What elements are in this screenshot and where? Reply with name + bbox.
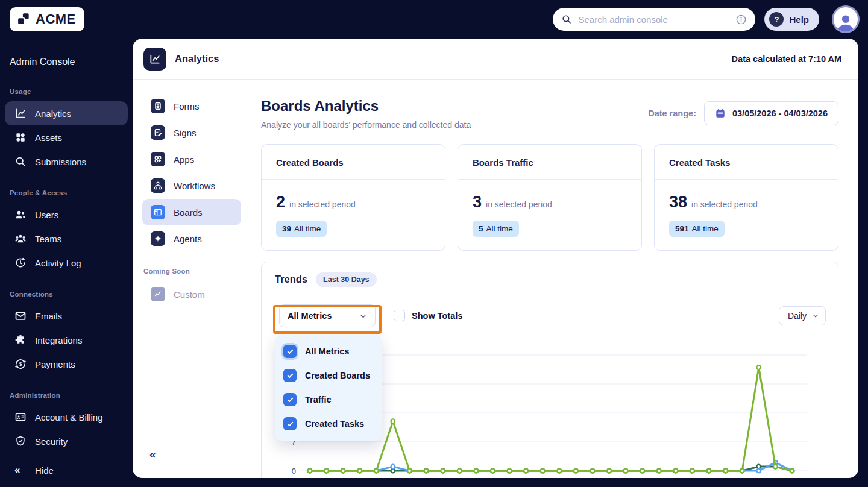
analytics-app-icon bbox=[143, 48, 166, 71]
subnav-item-custom: Custom bbox=[142, 281, 241, 307]
trends-title: Trends bbox=[275, 274, 307, 285]
stat-value: 38 bbox=[669, 193, 687, 212]
date-range-value: 03/05/2026 - 04/03/2026 bbox=[732, 108, 828, 118]
chart-line-icon bbox=[14, 107, 27, 119]
sidebar-item-assets[interactable]: Assets bbox=[5, 125, 128, 149]
puzzle-icon bbox=[14, 334, 27, 346]
sidebar-item-teams[interactable]: Teams bbox=[5, 227, 128, 251]
subnav-item-forms[interactable]: Forms bbox=[142, 93, 241, 119]
date-range-picker[interactable]: 03/05/2026 - 04/03/2026 bbox=[704, 101, 838, 125]
sidebar-item-emails[interactable]: Emails bbox=[5, 304, 128, 328]
metrics-dropdown-menu: All Metrics Created Boards Traffic Creat… bbox=[275, 335, 382, 441]
clock-history-icon bbox=[14, 257, 27, 269]
sidebar-footer: « Hide bbox=[0, 454, 133, 487]
main-panel: Analytics Data calculated at 7:10 AM For… bbox=[133, 39, 858, 478]
data-calculated-text: Data calculated at 7:10 AM bbox=[732, 54, 841, 64]
acme-logo[interactable]: ACME bbox=[10, 7, 84, 31]
sidebar-item-activity-log[interactable]: Activity Log bbox=[5, 251, 128, 275]
boards-analytics-content: Boards Analytics Analyze your all boards… bbox=[241, 80, 858, 478]
collapse-subnav-icon[interactable]: « bbox=[149, 448, 156, 460]
analytics-subnav: Forms Signs Apps Workflows Boards Agents bbox=[133, 80, 241, 478]
stat-value: 2 bbox=[276, 193, 285, 212]
forms-icon bbox=[151, 99, 165, 113]
show-totals-checkbox[interactable] bbox=[394, 310, 405, 321]
search-icon bbox=[14, 156, 27, 168]
sidebar-item-submissions[interactable]: Submissions bbox=[5, 149, 128, 174]
analytics-header: Analytics Data calculated at 7:10 AM bbox=[133, 39, 858, 80]
sidebar-item-analytics[interactable]: Analytics bbox=[5, 101, 128, 125]
shapes-grid-icon bbox=[14, 131, 27, 143]
stat-card-created-tasks: Created Tasks 38 in selected period 591A… bbox=[654, 144, 838, 251]
show-totals-toggle[interactable]: Show Totals bbox=[394, 310, 462, 321]
info-icon[interactable] bbox=[735, 14, 747, 25]
calendar-icon bbox=[715, 108, 726, 119]
section-label-administration: Administration bbox=[10, 392, 123, 399]
page-subtitle: Analyze your all boards' performance and… bbox=[261, 120, 471, 130]
sidebar-item-account-billing[interactable]: Account & Billing bbox=[5, 405, 128, 429]
trends-controls: All Metrics Show Totals Daily bbox=[262, 297, 838, 335]
subnav-item-apps[interactable]: Apps bbox=[142, 146, 241, 172]
id-card-icon bbox=[14, 411, 27, 423]
shield-check-icon bbox=[14, 435, 27, 447]
sidebar-title: Admin Console bbox=[10, 57, 123, 68]
sidebar: Admin Console Usage Analytics Assets Sub… bbox=[0, 39, 133, 487]
metrics-dropdown[interactable]: All Metrics bbox=[279, 304, 376, 327]
sidebar-item-users[interactable]: Users bbox=[5, 203, 128, 227]
sparkle-icon bbox=[151, 231, 165, 246]
hide-sidebar-button[interactable]: « Hide bbox=[5, 458, 128, 482]
interval-dropdown[interactable]: Daily bbox=[779, 306, 826, 325]
mail-icon bbox=[14, 310, 27, 322]
logo-text: ACME bbox=[36, 11, 76, 27]
all-time-badge: 591All time bbox=[669, 221, 725, 237]
acme-logo-icon bbox=[16, 11, 31, 27]
search-input[interactable] bbox=[578, 14, 729, 25]
stat-value: 3 bbox=[473, 193, 482, 212]
dropdown-option-all-metrics[interactable]: All Metrics bbox=[275, 339, 382, 363]
workflow-icon bbox=[151, 178, 165, 193]
trends-header: Trends Last 30 Days bbox=[262, 262, 838, 297]
subnav-item-signs[interactable]: Signs bbox=[142, 119, 241, 146]
app-title: Analytics bbox=[175, 53, 219, 64]
stat-card-created-boards: Created Boards 2 in selected period 39Al… bbox=[261, 144, 445, 251]
help-button[interactable]: ? Help bbox=[764, 8, 819, 31]
page-title: Boards Analytics bbox=[261, 98, 471, 115]
admin-search bbox=[553, 8, 755, 31]
user-avatar[interactable] bbox=[834, 7, 858, 31]
date-range-label: Date range: bbox=[648, 108, 696, 118]
all-time-badge: 39All time bbox=[276, 221, 327, 237]
custom-chart-icon bbox=[151, 287, 165, 301]
team-icon bbox=[14, 233, 27, 245]
subnav-item-agents[interactable]: Agents bbox=[142, 225, 241, 252]
coming-soon-label: Coming Soon bbox=[143, 268, 231, 275]
sidebar-item-security[interactable]: Security bbox=[5, 429, 128, 453]
stat-cards-row: Created Boards 2 in selected period 39Al… bbox=[261, 144, 838, 251]
dollar-refresh-icon: $ bbox=[14, 358, 27, 370]
sidebar-item-payments[interactable]: $ Payments bbox=[5, 352, 128, 376]
apps-grid-icon bbox=[151, 152, 165, 166]
chevron-down-icon bbox=[812, 312, 819, 319]
dropdown-option-traffic[interactable]: Traffic bbox=[275, 388, 382, 412]
search-icon bbox=[561, 14, 572, 25]
kanban-board-icon bbox=[151, 205, 165, 219]
checkbox-checked-icon[interactable] bbox=[283, 345, 297, 358]
person-icon bbox=[835, 12, 856, 31]
dropdown-option-created-tasks[interactable]: Created Tasks bbox=[275, 412, 382, 436]
checkbox-checked-icon[interactable] bbox=[283, 417, 297, 430]
subnav-item-boards[interactable]: Boards bbox=[142, 199, 241, 225]
question-icon: ? bbox=[769, 12, 784, 27]
checkbox-checked-icon[interactable] bbox=[283, 393, 297, 406]
section-label-connections: Connections bbox=[10, 291, 123, 298]
section-label-people-access: People & Access bbox=[10, 189, 123, 196]
svg-text:$: $ bbox=[19, 361, 22, 367]
subnav-item-workflows[interactable]: Workflows bbox=[142, 172, 241, 199]
chevron-down-icon bbox=[359, 312, 367, 320]
checkbox-checked-icon[interactable] bbox=[283, 369, 297, 382]
all-time-badge: 5All time bbox=[473, 221, 519, 237]
last-30-days-badge: Last 30 Days bbox=[316, 272, 376, 287]
dropdown-option-created-boards[interactable]: Created Boards bbox=[275, 363, 382, 388]
chevrons-left-icon: « bbox=[14, 464, 27, 476]
signature-doc-icon bbox=[151, 125, 165, 140]
section-label-usage: Usage bbox=[10, 88, 123, 95]
sidebar-item-integrations[interactable]: Integrations bbox=[5, 328, 128, 352]
topbar: ACME ? Help bbox=[0, 0, 868, 39]
